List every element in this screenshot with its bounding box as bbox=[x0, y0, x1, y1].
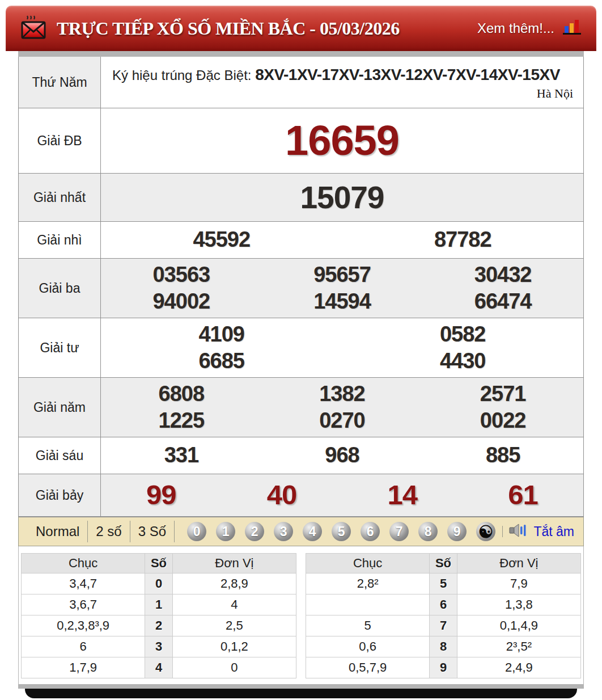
toolbar-button-2[interactable]: 2 số bbox=[88, 524, 129, 539]
prize-row: Giải tư4109058266854430 bbox=[19, 318, 583, 377]
prize-number: 6685 bbox=[198, 348, 244, 375]
summary-row: 0,5,7,992,4,9 bbox=[306, 657, 581, 678]
summary-cell-tens: 6 bbox=[22, 636, 145, 657]
toolbar: Normal2 số3 Số 0123456789☯ Tắt âm bbox=[18, 517, 584, 546]
sound-controls: Tắt âm bbox=[502, 522, 574, 541]
prize-line: 4559287782 bbox=[101, 226, 583, 254]
prize-line: 66854430 bbox=[101, 348, 583, 375]
prize-numbers: 99401461 bbox=[101, 474, 583, 516]
summary-header: Đơn Vị bbox=[172, 554, 296, 574]
prize-number: 0270 bbox=[319, 407, 365, 435]
prize-row: Giải sáu331968885 bbox=[19, 437, 583, 474]
prize-row: Giải ĐB16659 bbox=[19, 108, 583, 173]
prize-number: 14594 bbox=[313, 288, 371, 315]
number-ball-9[interactable]: 9 bbox=[447, 522, 467, 541]
top-gray-strip bbox=[18, 51, 584, 57]
toolbar-button-1[interactable]: Normal bbox=[28, 524, 87, 539]
summary-cell-units: 0 bbox=[172, 657, 296, 678]
summary-cell-units: 2,4,9 bbox=[457, 657, 580, 678]
prize-label: Giải tư bbox=[19, 318, 101, 377]
prize-line: 940021459466474 bbox=[101, 288, 583, 315]
prize-number: 30432 bbox=[474, 262, 532, 289]
prize-number: 2571 bbox=[480, 381, 526, 408]
summary-header: Chục bbox=[306, 554, 430, 574]
prize-numbers: 4559287782 bbox=[101, 222, 583, 258]
prize-row: Giải nhất15079 bbox=[19, 173, 583, 221]
yinyang-ball[interactable]: ☯ bbox=[476, 522, 495, 541]
prize-line: 16659 bbox=[101, 115, 583, 167]
number-ball-7[interactable]: 7 bbox=[389, 522, 409, 541]
summary-cell-tens: 3,4,7 bbox=[22, 574, 145, 594]
page-title: TRỰC TIẾP XỔ SỐ MIỀN BẮC - 05/03/2026 bbox=[57, 18, 400, 39]
summary-cell-units: 0,1,2 bbox=[172, 636, 296, 657]
summary-cell-tens: 2,8² bbox=[306, 574, 430, 594]
number-ball-6[interactable]: 6 bbox=[361, 522, 380, 541]
prize-row: Giải bảy99401461 bbox=[19, 474, 583, 516]
summary-cell-digit: 0 bbox=[145, 574, 173, 594]
prize-numbers: 16659 bbox=[101, 108, 583, 173]
prize-numbers: 680813822571122502700022 bbox=[101, 378, 583, 437]
number-ball-3[interactable]: 3 bbox=[274, 522, 293, 541]
number-ball-8[interactable]: 8 bbox=[418, 522, 438, 541]
prize-number: 94002 bbox=[152, 288, 210, 315]
symbol-prefix: Ký hiệu trúng Đặc Biệt: bbox=[112, 68, 251, 83]
header-bar: TRỰC TIẾP XỔ SỐ MIỀN BẮC - 05/03/2026 Xe… bbox=[6, 6, 596, 51]
summary-cell-tens: 0,6 bbox=[306, 636, 430, 657]
summary-row: 1,7,940 bbox=[22, 657, 296, 678]
summary-row: 61,3,8 bbox=[306, 594, 581, 615]
summary-cell-tens: 5 bbox=[306, 615, 430, 636]
summary-cell-tens bbox=[306, 594, 430, 615]
number-balls: 0123456789☯ bbox=[187, 522, 495, 541]
summary-cell-units: 2,8,9 bbox=[172, 574, 296, 594]
prize-label: Giải nhất bbox=[19, 174, 101, 221]
prize-number: 1382 bbox=[319, 381, 365, 408]
region-label: Hà Nội bbox=[537, 84, 573, 103]
symbol-codes: 8XV-1XV-17XV-13XV-12XV-7XV-14XV-15XV bbox=[255, 66, 560, 83]
prize-line: 15079 bbox=[101, 178, 583, 217]
prize-row: Giải năm680813822571122502700022 bbox=[19, 377, 583, 437]
info-row: Thứ Năm Ký hiệu trúng Đặc Biệt: 8XV-1XV-… bbox=[19, 57, 583, 108]
prize-label: Giải bảy bbox=[19, 474, 101, 516]
see-more-link[interactable]: Xem thêm!... bbox=[477, 20, 554, 36]
prize-line: 122502700022 bbox=[101, 407, 583, 435]
prize-label: Giải nhì bbox=[19, 222, 101, 258]
summary-row: 2,8²57,9 bbox=[306, 574, 581, 594]
number-ball-2[interactable]: 2 bbox=[245, 522, 264, 541]
prize-number: 16659 bbox=[285, 115, 399, 167]
prize-number: 87782 bbox=[434, 226, 491, 254]
number-ball-0[interactable]: 0 bbox=[187, 522, 206, 541]
summary-cell-tens: 1,7,9 bbox=[22, 657, 145, 678]
prize-number: 885 bbox=[486, 442, 520, 469]
prize-number: 61 bbox=[508, 478, 538, 512]
prize-number: 1225 bbox=[159, 407, 205, 435]
summary-cell-digit: 6 bbox=[430, 594, 457, 615]
toolbar-button-3[interactable]: 3 Số bbox=[130, 524, 174, 539]
summary-row: 570,1,4,9 bbox=[306, 615, 581, 636]
prize-line: 035639565730432 bbox=[101, 262, 583, 289]
prize-number: 6808 bbox=[159, 381, 205, 408]
prize-line: 99401461 bbox=[101, 478, 583, 512]
toolbar-separator bbox=[174, 521, 175, 542]
prize-number: 968 bbox=[325, 442, 359, 469]
prize-number: 331 bbox=[164, 442, 198, 469]
prize-label: Giải ba bbox=[19, 259, 101, 318]
special-symbol-cell: Ký hiệu trúng Đặc Biệt: 8XV-1XV-17XV-13X… bbox=[101, 57, 583, 108]
summary-header: Số bbox=[430, 554, 457, 574]
prize-line: 680813822571 bbox=[101, 381, 583, 408]
prize-row: Giải ba035639565730432940021459466474 bbox=[19, 258, 583, 318]
prize-number: 45592 bbox=[193, 226, 250, 254]
bottom-gray-strip bbox=[18, 684, 584, 689]
summary-cell-units: 1,3,8 bbox=[457, 594, 580, 615]
number-ball-5[interactable]: 5 bbox=[332, 522, 351, 541]
summary-cell-digit: 1 bbox=[145, 594, 173, 615]
number-ball-4[interactable]: 4 bbox=[303, 522, 322, 541]
mute-button[interactable]: Tắt âm bbox=[533, 524, 574, 539]
summary-cell-units: 7,9 bbox=[457, 574, 580, 594]
speaker-icon[interactable] bbox=[508, 522, 528, 541]
summary-row: 3,4,702,8,9 bbox=[22, 574, 296, 594]
prize-number: 66474 bbox=[474, 288, 532, 315]
number-ball-1[interactable]: 1 bbox=[216, 522, 235, 541]
summary-cell-digit: 8 bbox=[430, 636, 457, 657]
summary-cell-units: 4 bbox=[172, 594, 296, 615]
summary-row: 0,682³,5² bbox=[306, 636, 581, 657]
